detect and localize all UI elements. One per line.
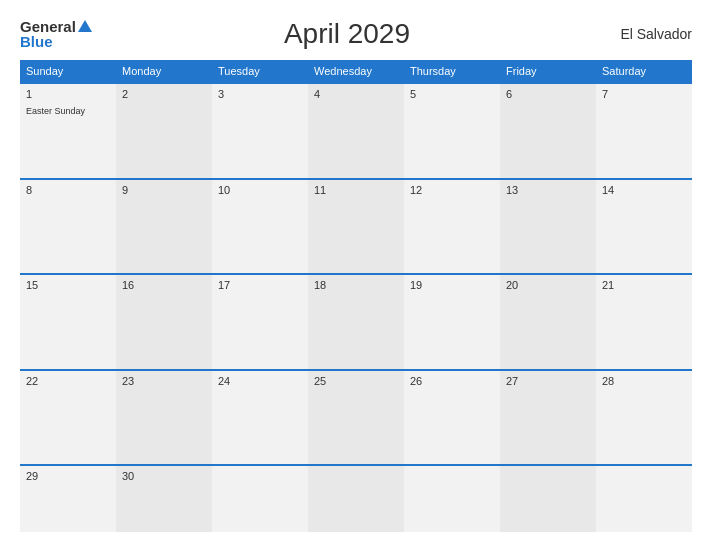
cell-apr-23: 23 [116,371,212,465]
cell-apr-1: 1 Easter Sunday [20,84,116,178]
cell-apr-12: 12 [404,180,500,274]
cell-apr-29: 29 [20,466,116,532]
cell-empty-1 [212,466,308,532]
logo: General Blue [20,19,92,49]
col-wednesday: Wednesday [308,60,404,82]
col-saturday: Saturday [596,60,692,82]
cell-apr-18: 18 [308,275,404,369]
cell-apr-8: 8 [20,180,116,274]
cell-apr-7: 7 [596,84,692,178]
week-1: 1 Easter Sunday 2 3 4 5 6 7 [20,82,692,178]
cell-apr-17: 17 [212,275,308,369]
cell-apr-14: 14 [596,180,692,274]
col-friday: Friday [500,60,596,82]
logo-triangle-icon [78,20,92,32]
cell-empty-5 [596,466,692,532]
week-5: 29 30 [20,464,692,532]
cell-apr-2: 2 [116,84,212,178]
week-3: 15 16 17 18 19 20 21 [20,273,692,369]
calendar-title: April 2029 [92,18,602,50]
calendar-body: 1 Easter Sunday 2 3 4 5 6 7 8 9 10 11 12… [20,82,692,532]
cell-apr-20: 20 [500,275,596,369]
cell-empty-2 [308,466,404,532]
cell-apr-9: 9 [116,180,212,274]
header: General Blue April 2029 El Salvador [20,18,692,50]
country-label: El Salvador [602,26,692,42]
cell-apr-21: 21 [596,275,692,369]
cell-apr-10: 10 [212,180,308,274]
week-2: 8 9 10 11 12 13 14 [20,178,692,274]
cell-apr-28: 28 [596,371,692,465]
col-thursday: Thursday [404,60,500,82]
cell-apr-26: 26 [404,371,500,465]
cell-apr-24: 24 [212,371,308,465]
col-tuesday: Tuesday [212,60,308,82]
cell-apr-11: 11 [308,180,404,274]
cell-apr-30: 30 [116,466,212,532]
cell-apr-6: 6 [500,84,596,178]
col-monday: Monday [116,60,212,82]
cell-apr-27: 27 [500,371,596,465]
cell-apr-22: 22 [20,371,116,465]
logo-general-text: General [20,19,76,34]
calendar: Sunday Monday Tuesday Wednesday Thursday… [20,60,692,532]
cell-apr-4: 4 [308,84,404,178]
cell-apr-15: 15 [20,275,116,369]
week-4: 22 23 24 25 26 27 28 [20,369,692,465]
cell-empty-3 [404,466,500,532]
cell-apr-3: 3 [212,84,308,178]
cell-empty-4 [500,466,596,532]
cell-apr-25: 25 [308,371,404,465]
calendar-header-row: Sunday Monday Tuesday Wednesday Thursday… [20,60,692,82]
cell-apr-19: 19 [404,275,500,369]
page: General Blue April 2029 El Salvador Sund… [0,0,712,550]
cell-apr-13: 13 [500,180,596,274]
logo-blue-text: Blue [20,34,53,49]
col-sunday: Sunday [20,60,116,82]
cell-apr-5: 5 [404,84,500,178]
cell-apr-16: 16 [116,275,212,369]
